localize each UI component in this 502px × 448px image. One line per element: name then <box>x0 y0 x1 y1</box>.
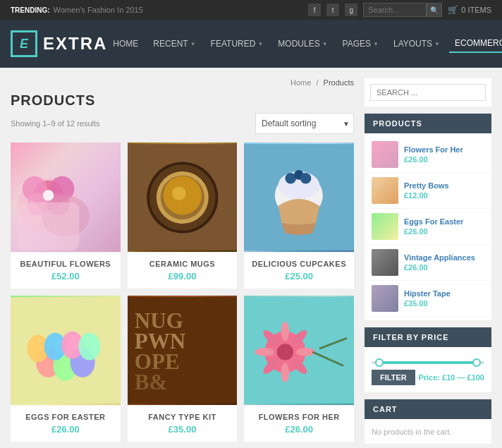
nav-featured[interactable]: FEATURED▼ <box>205 35 269 52</box>
nav-layouts[interactable]: LAYOUTS▼ <box>388 35 446 52</box>
breadcrumb-home[interactable]: Home <box>290 78 311 87</box>
nav-modules-arrow: ▼ <box>322 41 328 47</box>
products-meta: Showing 1–9 of 12 results Default sortin… <box>11 113 354 134</box>
price-handle-left[interactable] <box>375 358 384 367</box>
product-image <box>11 296 121 405</box>
sidebar-product-thumb <box>372 249 398 276</box>
sidebar-cart-title: CART <box>365 399 491 419</box>
product-info: BEAUTIFUL FLOWERS £52.00 <box>11 252 121 289</box>
gerbera-illustration <box>244 296 354 405</box>
typography-illustration: NUG PWN OPE B& <box>128 296 238 405</box>
sidebar-search-area <box>365 78 491 107</box>
nav-home[interactable]: HOME <box>107 35 144 52</box>
sidebar-product-item[interactable]: Hipster Tape £35.00 <box>365 281 491 317</box>
nav-recent-arrow: ▼ <box>190 41 196 47</box>
top-search-button[interactable]: 🔍 <box>427 3 442 17</box>
nav-ecommerce[interactable]: ECOMMERCE <box>449 35 502 53</box>
nav-pages[interactable]: PAGES▼ <box>337 35 384 52</box>
svg-point-41 <box>255 348 274 356</box>
product-price: £26.00 <box>251 424 347 435</box>
products-grid: BEAUTIFUL FLOWERS £52.00 <box>11 143 354 442</box>
product-name: DELICIOUS CUPCAKES <box>251 260 347 268</box>
cart-section: No products in the cart. <box>365 419 491 444</box>
top-search-input[interactable] <box>363 3 427 17</box>
sidebar-product-price: £12.00 <box>404 191 484 200</box>
product-price: £52.00 <box>18 271 114 281</box>
sidebar-filter-section: FILTER BY PRICE FILTER Price: £10 — £100 <box>365 327 491 392</box>
filter-button[interactable]: FILTER <box>372 370 415 385</box>
logo[interactable]: E EXTRA <box>11 30 107 57</box>
price-range-text: Price: £10 — £100 <box>418 373 484 382</box>
product-card[interactable]: FLOWERS FOR HER £26.00 <box>244 296 354 442</box>
sidebar-products-section: PRODUCTS Flowers For Her £26.00 Pretty B… <box>365 114 491 320</box>
breadcrumb-separator: / <box>316 78 318 87</box>
sidebar-product-list: Flowers For Her £26.00 Pretty Bows £12.0… <box>365 133 491 320</box>
product-name: FLOWERS FOR HER <box>251 413 347 421</box>
sort-select[interactable]: Default sorting Sort by price: low to hi… <box>255 113 354 134</box>
product-image <box>128 143 238 252</box>
facebook-icon[interactable]: f <box>308 4 321 16</box>
product-info: CERAMIC MUGS £99.00 <box>128 252 238 289</box>
sidebar-product-price: £26.00 <box>404 227 484 236</box>
price-dash: — <box>457 373 465 382</box>
sidebar-product-item[interactable]: Eggs For Easter £26.00 <box>365 209 491 245</box>
product-image <box>244 143 354 252</box>
product-card[interactable]: EGGS FOR EASTER £26.00 <box>11 296 121 442</box>
breadcrumb: Home / Products <box>11 78 354 87</box>
sort-dropdown[interactable]: Default sorting Sort by price: low to hi… <box>255 113 354 134</box>
svg-rect-35 <box>128 297 238 404</box>
products-header: PRODUCTS Showing 1–9 of 12 results Defau… <box>11 92 354 134</box>
sidebar-cart-section: CART No products in the cart. <box>365 399 491 444</box>
price-min: £10 <box>442 373 455 382</box>
sidebar-product-name: Pretty Bows <box>404 181 484 190</box>
flowers-illustration <box>11 143 121 252</box>
svg-rect-8 <box>18 202 80 250</box>
sidebar-product-price: £35.00 <box>404 299 484 308</box>
price-max: £100 <box>467 373 484 382</box>
nav-modules[interactable]: MODULES▼ <box>272 35 333 52</box>
sidebar-product-info: Hipster Tape £35.00 <box>404 289 484 308</box>
cart-icon: 🛒 <box>448 5 458 15</box>
price-slider-fill <box>377 361 479 364</box>
cart-button[interactable]: 🛒 0 ITEMS <box>448 5 491 15</box>
sidebar-product-item[interactable]: Pretty Bows £12.00 <box>365 173 491 209</box>
product-info: FLOWERS FOR HER £26.00 <box>244 405 354 442</box>
site-header: E EXTRA HOME RECENT▼ FEATURED▼ MODULES▼ … <box>0 20 502 68</box>
sidebar-product-thumb <box>372 285 398 312</box>
product-card[interactable]: NUG PWN OPE B& FANCY TYPE KIT £35.00 <box>128 296 238 442</box>
nav-featured-label: FEATURED <box>211 39 256 49</box>
nav-layouts-arrow: ▼ <box>434 41 440 47</box>
product-card[interactable]: BEAUTIFUL FLOWERS £52.00 <box>11 143 121 289</box>
eggs-illustration <box>11 296 121 405</box>
nav-layouts-label: LAYOUTS <box>393 39 432 49</box>
coffee-illustration <box>128 143 238 252</box>
sidebar-product-name: Eggs For Easter <box>404 217 484 226</box>
nav-pages-label: PAGES <box>343 39 371 49</box>
main-content: Home / Products PRODUCTS Showing 1–9 of … <box>11 78 354 448</box>
nav-recent[interactable]: RECENT▼ <box>147 35 201 52</box>
top-bar: TRENDING: Women's Fashion In 2015 f t g … <box>0 0 502 20</box>
sidebar-product-price: £26.00 <box>404 263 484 272</box>
sidebar-product-item[interactable]: Flowers For Her £26.00 <box>365 137 491 173</box>
product-image <box>244 296 354 405</box>
nav-ecommerce-label: ECOMMERCE <box>455 38 502 48</box>
top-search-area: 🔍 <box>363 3 442 17</box>
sidebar-product-item[interactable]: Vintage Appliances £26.00 <box>365 245 491 281</box>
nav-recent-label: RECENT <box>153 39 188 49</box>
svg-point-21 <box>300 173 312 184</box>
logo-icon: E <box>11 30 37 57</box>
sidebar-search-section <box>365 78 491 107</box>
sidebar-search-input[interactable] <box>370 84 486 101</box>
nav-featured-arrow: ▼ <box>257 41 263 47</box>
product-card[interactable]: DELICIOUS CUPCAKES £25.00 <box>244 143 354 289</box>
twitter-icon[interactable]: t <box>326 4 339 16</box>
product-card[interactable]: CERAMIC MUGS £99.00 <box>128 143 238 289</box>
nav-modules-label: MODULES <box>278 39 319 49</box>
sidebar-filter-title: FILTER BY PRICE <box>365 327 491 347</box>
sidebar-product-name: Flowers For Her <box>404 145 484 154</box>
price-slider-track <box>372 361 484 364</box>
price-handle-right[interactable] <box>472 358 481 367</box>
googleplus-icon[interactable]: g <box>345 4 357 16</box>
product-price: £99.00 <box>135 271 231 281</box>
svg-point-39 <box>281 322 290 341</box>
